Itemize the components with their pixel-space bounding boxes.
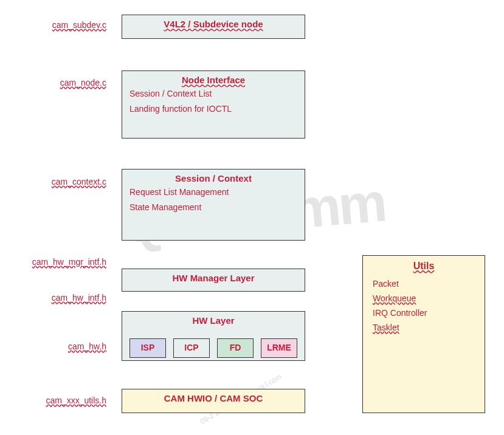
box-context-line2: State Management <box>122 201 305 216</box>
label-xxx-utils: cam_xxx_utils.h <box>33 396 106 405</box>
box-hw-layer-title: HW Layer <box>122 315 305 326</box>
label-hw: cam_hw.h <box>33 341 106 351</box>
utils-title: Utils <box>363 261 485 272</box>
label-hw-mgr-intf: cam_hw_mgr_intf.h <box>18 257 106 267</box>
box-subdev-title: V4L2 / Subdevice node <box>122 19 305 29</box>
hw-lrme: LRME <box>261 338 297 358</box>
utils-item-1: Workqueue <box>363 291 426 306</box>
box-hwio-title: CAM HWIO / CAM SOC <box>122 393 305 403</box>
box-node-line2: Landing function for IOCTL <box>122 103 305 118</box>
box-subdev: V4L2 / Subdevice node <box>122 15 305 39</box>
label-subdev: cam_subdev.c <box>33 20 106 30</box>
hw-icp: ICP <box>173 338 210 358</box>
label-hw-intf: cam_hw_intf.h <box>33 293 106 303</box>
hw-fd: FD <box>217 338 254 358</box>
box-node-line1: Session / Context List <box>122 85 305 103</box>
box-hw-mgr-title: HW Manager Layer <box>122 273 305 283</box>
box-node: Node Interface Session / Context List La… <box>122 70 305 139</box>
box-utils: Utils Packet Workqueue IRQ Controller Ta… <box>362 255 485 413</box>
box-hw-mgr: HW Manager Layer <box>122 269 305 292</box>
box-hw-layer: HW Layer ISP ICP FD LRME <box>122 311 305 361</box>
box-context: Session / Context Request List Managemen… <box>122 169 305 241</box>
box-hwio: CAM HWIO / CAM SOC <box>122 389 305 413</box>
hw-isp: ISP <box>129 338 166 358</box>
utils-item-0: Packet <box>363 276 485 291</box>
utils-item-2: IRQ Controller <box>363 306 485 320</box>
box-context-title: Session / Context <box>122 173 305 183</box>
label-context: cam_context.c <box>33 177 106 187</box>
box-context-line1: Request List Management <box>122 183 305 201</box>
box-node-title: Node Interface <box>122 75 305 85</box>
label-node: cam_node.c <box>33 78 106 87</box>
utils-item-3: Tasklet <box>363 320 409 335</box>
